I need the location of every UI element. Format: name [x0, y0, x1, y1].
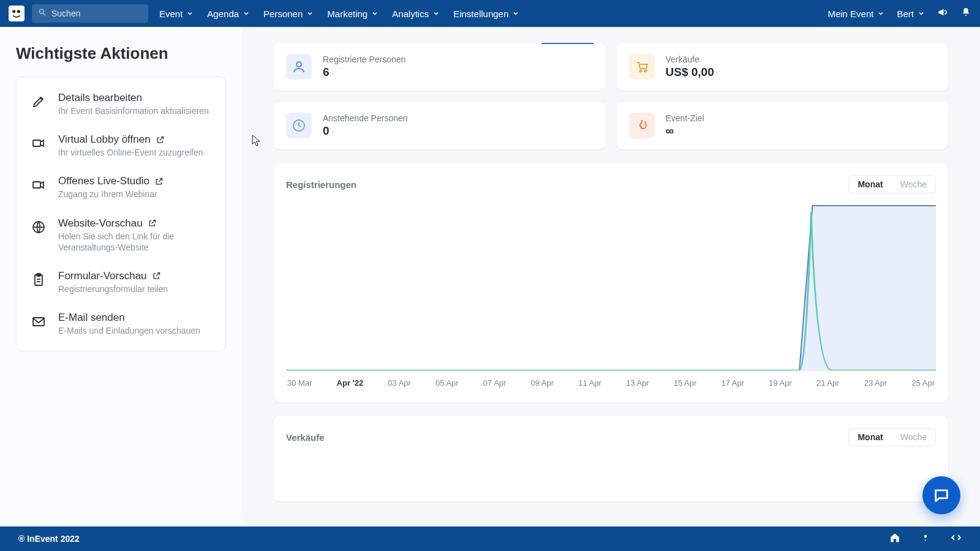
external-link-icon	[152, 271, 161, 280]
chevron-down-icon	[877, 10, 884, 17]
action-sub-text: Ihr Event Basisinformation aktualisieren	[58, 105, 209, 116]
nav-personen[interactable]: Personen	[263, 9, 314, 19]
clipboard-icon	[30, 271, 47, 288]
nav-event[interactable]: Event	[159, 9, 194, 19]
svg-point-0	[12, 10, 15, 13]
search-input[interactable]	[51, 9, 142, 18]
stat-label: Registrierte Personen	[323, 54, 405, 64]
main-content: Registrierte Personen 6- Verkäufe US$ 0,…	[242, 27, 980, 527]
sidebar: Wichtigste Aktionen Details bearbeiten I…	[0, 27, 242, 527]
search-box[interactable]	[32, 4, 148, 23]
action-sub-text: Registrierungsformular teilen	[58, 283, 168, 294]
svg-rect-11	[33, 318, 44, 326]
cart-icon	[629, 54, 655, 80]
chat-fab[interactable]	[922, 476, 960, 514]
nav-marketing[interactable]: Marketing	[327, 9, 379, 19]
chevron-down-icon	[306, 10, 314, 17]
action-website-vorschau[interactable]: Website-Vorschau Holen Sie sich den Link…	[20, 209, 222, 261]
chevron-down-icon	[432, 10, 440, 17]
person-icon	[286, 54, 312, 80]
globe-icon	[30, 219, 47, 236]
external-link-icon	[148, 219, 157, 228]
pencil-icon	[30, 93, 47, 110]
svg-point-13	[639, 70, 641, 72]
svg-point-2	[39, 9, 43, 13]
toggle-week[interactable]: Woche	[892, 429, 935, 446]
mail-icon	[30, 313, 47, 330]
bell-icon[interactable]	[960, 7, 971, 20]
search-icon	[38, 8, 51, 19]
nav-my-event[interactable]: Mein Event	[827, 9, 884, 19]
toggle-month[interactable]: Monat	[849, 429, 891, 446]
topbar-right: Mein Event Bert	[827, 7, 971, 20]
stat-label: Verkäufe	[666, 54, 719, 64]
action-sub-text: Ihr virtuelles Online-Event zuzugreifen	[58, 147, 203, 158]
svg-rect-5	[33, 182, 40, 188]
svg-line-3	[43, 13, 46, 16]
chart-title: Verkäufe	[286, 432, 325, 443]
action-formular-vorschau[interactable]: Formular-Vorschau Registrierungsformular…	[20, 261, 222, 303]
stat-accent-line	[541, 43, 594, 44]
time-toggle: Monat Woche	[848, 428, 936, 446]
action-virtual-lobby[interactable]: Virtual Lobby öffnen Ihr virtuelles Onli…	[20, 125, 222, 167]
actions-card: Details bearbeiten Ihr Event Basisinform…	[16, 77, 226, 351]
stat-value: ∞	[666, 124, 704, 138]
stat-sales[interactable]: Verkäufe US$ 0,00-	[617, 43, 949, 91]
toggle-month[interactable]: Monat	[849, 176, 891, 193]
action-live-studio[interactable]: Offenes Live-Studio Zugang zu Ihrem Webi…	[20, 167, 222, 208]
action-title-text: Website-Vorschau	[58, 217, 143, 230]
external-link-icon	[156, 135, 165, 144]
nav-analytics[interactable]: Analytics	[392, 9, 440, 19]
sidebar-title: Wichtigste Aktionen	[16, 44, 226, 63]
chart-title: Registrierungen	[286, 179, 356, 190]
action-title-text: E-Mail senden	[58, 312, 125, 324]
svg-rect-4	[33, 140, 40, 146]
logo[interactable]	[9, 6, 24, 21]
chevron-down-icon	[371, 10, 379, 17]
stat-label: Event-Ziel	[666, 113, 704, 123]
action-title-text: Details bearbeiten	[58, 92, 142, 104]
chart-plot-area	[286, 200, 936, 371]
time-toggle: Monat Woche	[848, 175, 936, 193]
stat-label: Anstehende Personen	[323, 113, 408, 123]
nav-user[interactable]: Bert	[897, 9, 925, 19]
action-sub-text: Holen Sie sich den Link für die Veransta…	[58, 231, 212, 253]
toggle-week[interactable]: Woche	[892, 176, 935, 193]
chart-registrations: Registrierungen Monat Woche 30 Mar Apr '…	[274, 163, 948, 402]
megaphone-icon[interactable]	[937, 7, 948, 20]
stat-value: 6-	[323, 66, 405, 79]
action-email-senden[interactable]: E-Mail senden E-Mails und Einladungen vo…	[20, 303, 222, 345]
action-sub-text: E-Mails und Einladungen vorschauen	[58, 325, 200, 336]
action-details-bearbeiten[interactable]: Details bearbeiten Ihr Event Basisinform…	[20, 83, 222, 125]
chevron-down-icon	[918, 10, 925, 17]
nav-einstellungen[interactable]: Einstellungen	[453, 9, 519, 19]
stat-registered[interactable]: Registrierte Personen 6-	[274, 43, 606, 91]
svg-point-1	[17, 10, 20, 13]
stat-value: US$ 0,00-	[666, 66, 719, 79]
external-link-icon	[154, 177, 164, 186]
stat-value: 0-	[323, 124, 408, 138]
svg-point-14	[644, 70, 646, 72]
nav-agenda[interactable]: Agenda	[207, 9, 250, 19]
action-title-text: Formular-Vorschau	[58, 270, 147, 282]
topbar: Event Agenda Personen Marketing Analytic…	[0, 0, 980, 27]
action-title-text: Offenes Live-Studio	[58, 175, 149, 187]
stat-goal[interactable]: Event-Ziel ∞	[617, 102, 949, 149]
flame-icon	[629, 113, 655, 138]
action-title-text: Virtual Lobby öffnen	[58, 133, 151, 146]
chevron-down-icon	[512, 10, 519, 17]
chart-xaxis: 30 Mar Apr '22 03 Apr 05 Apr 07 Apr 09 A…	[286, 371, 936, 388]
camera-icon	[30, 176, 47, 193]
svg-point-12	[296, 62, 301, 67]
chevron-down-icon	[243, 10, 250, 17]
stat-pending[interactable]: Anstehende Personen 0-	[274, 102, 606, 149]
clock-icon	[286, 113, 312, 138]
main-nav: Event Agenda Personen Marketing Analytic…	[159, 9, 519, 19]
action-sub-text: Zugang zu Ihrem Webinar	[58, 189, 164, 200]
chart-sales: Verkäufe Monat Woche	[274, 416, 948, 501]
camera-icon	[30, 135, 47, 152]
chevron-down-icon	[186, 10, 194, 17]
